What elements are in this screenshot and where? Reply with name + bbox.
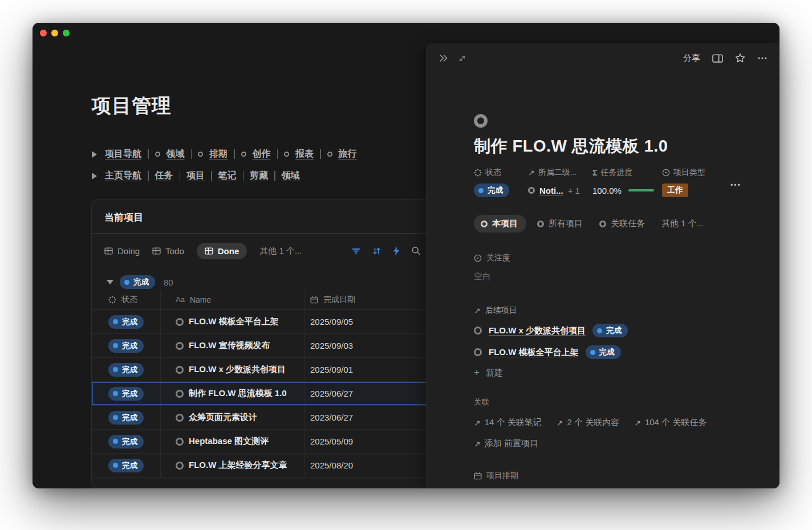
plus-icon: + [474, 367, 480, 378]
page-ring-icon [481, 221, 488, 227]
type-tag[interactable]: 工作 [662, 184, 688, 197]
row-name[interactable]: FLO.W 上架经验分享文章 [189, 460, 287, 471]
nav-link-schedule[interactable]: 排期 [209, 148, 228, 160]
status-badge[interactable]: 完成 [108, 363, 144, 377]
page-ring-icon [176, 414, 184, 422]
column-label: 完成日期 [323, 295, 355, 305]
sort-icon[interactable] [372, 246, 381, 255]
close-peek-icon[interactable] [439, 54, 448, 63]
nav-link-notes[interactable]: 笔记 [218, 170, 237, 182]
status-badge[interactable]: 完成 [108, 435, 144, 449]
column-header-status[interactable]: 状态 [92, 290, 161, 309]
more-properties-icon[interactable]: ••• [730, 181, 741, 198]
row-name[interactable]: 制作 FLO.W 思流模板 1.0 [189, 388, 287, 399]
property-type: 项目类型 工作 [662, 168, 705, 198]
row-name[interactable]: FLO.W x 少数派共创项目 [189, 364, 286, 375]
page-ring-icon [474, 327, 482, 335]
related-content-link[interactable]: ↗ 2 个 关联内容 [557, 417, 619, 428]
filter-icon[interactable] [351, 246, 361, 255]
nav-link-create[interactable]: 创作 [253, 148, 271, 160]
row-date[interactable]: 2025/09/01 [310, 365, 353, 374]
more-options-icon[interactable] [757, 53, 768, 63]
tab-all-projects[interactable]: 所有项目 [531, 215, 588, 233]
nav-link-domain2[interactable]: 领域 [282, 170, 300, 182]
close-button[interactable] [40, 30, 47, 36]
view-tab-label: Doing [117, 246, 140, 256]
row-date[interactable]: 2025/09/05 [310, 317, 353, 327]
nav-link-report[interactable]: 报表 [295, 148, 314, 160]
row-name[interactable]: 众筹页面元素设计 [189, 412, 257, 423]
side-peek-layout-icon[interactable] [712, 54, 723, 63]
status-badge[interactable]: 完成 [108, 411, 144, 425]
nav-link-domain[interactable]: 领域 [167, 148, 185, 160]
tab-related-tasks[interactable]: 关联任务 [594, 215, 651, 233]
relation-arrow-icon: ↗ [474, 419, 481, 427]
status-badge[interactable]: 完成 [474, 184, 509, 197]
page-ring-icon[interactable] [474, 114, 488, 128]
nav-link-projects[interactable]: 项目 [186, 170, 205, 182]
view-tab-todo[interactable]: Todo [152, 246, 184, 256]
more-views-button[interactable]: 其他 1 个... [259, 246, 302, 256]
expand-diagonal-icon[interactable] [458, 54, 466, 63]
status-badge[interactable]: 完成 [108, 387, 144, 401]
view-tab-done[interactable]: Done [197, 243, 247, 259]
status-badge[interactable]: 完成 [108, 339, 144, 353]
row-name[interactable]: FLO.W 宣传视频发布 [189, 340, 270, 351]
separator [243, 171, 244, 181]
status-dot-icon [113, 319, 118, 324]
toggle-right-icon[interactable] [92, 173, 97, 180]
page-ring-icon [599, 221, 606, 227]
relation-arrow-icon: ↗ [634, 419, 641, 427]
status-dot-icon [597, 328, 602, 333]
new-item-button[interactable]: + 新建 [474, 367, 757, 378]
nav-link-clips[interactable]: 剪藏 [250, 170, 268, 182]
row-name[interactable]: Heptabase 图文测评 [189, 436, 269, 447]
row-date[interactable]: 2025/06/27 [310, 389, 353, 398]
status-badge[interactable]: 完成 [120, 275, 155, 289]
status-badge[interactable]: 完成 [108, 315, 144, 329]
row-date[interactable]: 2025/09/03 [310, 341, 353, 350]
text-type-icon: Aa [176, 295, 185, 304]
favorite-star-icon[interactable] [735, 53, 745, 63]
side-peek-panel: 分享 制作 FLO.W 思流模板 1.0 [426, 43, 779, 488]
page-ring-icon [176, 342, 184, 350]
page-ring-icon [176, 318, 184, 326]
nav-link-home-nav[interactable]: 主页导航 [105, 170, 141, 182]
section-next-projects: ↗ 后续项目 FLO.W x 少数派共创项目 完成 FLO.W 模板全平台上架 … [474, 305, 757, 378]
row-date[interactable]: 2025/05/09 [310, 437, 353, 446]
more-count[interactable]: + 1 [568, 186, 580, 195]
separator [148, 149, 149, 159]
related-tasks-link[interactable]: ↗ 104 个 关联任务 [634, 417, 707, 428]
next-project-item[interactable]: FLO.W 模板全平台上架 完成 [474, 345, 757, 359]
nav-link-project-nav[interactable]: 项目导航 [105, 148, 141, 160]
next-project-link[interactable]: FLO.W x 少数派共创项目 [489, 325, 586, 336]
row-date[interactable]: 2023/06/27 [310, 413, 353, 422]
automation-bolt-icon[interactable] [392, 246, 400, 255]
row-date[interactable]: 2025/08/20 [310, 460, 353, 470]
collapse-icon[interactable] [107, 280, 113, 284]
status-badge[interactable]: 完成 [108, 459, 144, 472]
next-project-link[interactable]: FLO.W 模板全平台上架 [489, 347, 579, 358]
separator [148, 171, 149, 181]
group-count: 80 [164, 278, 173, 287]
column-header-name[interactable]: Aa Name [161, 290, 304, 309]
nav-link-tasks[interactable]: 任务 [155, 170, 173, 182]
select-circle-icon [662, 169, 670, 177]
view-tab-label: Done [218, 246, 239, 256]
related-notes-link[interactable]: ↗ 14 个 关联笔记 [474, 417, 542, 428]
parent-page-link[interactable]: Noti... [539, 186, 563, 195]
peek-page-title[interactable]: 制作 FLO.W 思流模板 1.0 [474, 135, 757, 158]
toggle-right-icon[interactable] [92, 151, 97, 158]
view-tab-doing[interactable]: Doing [104, 246, 140, 256]
focus-empty-value[interactable]: 空白 [474, 271, 757, 282]
row-name[interactable]: FLO.W 模板全平台上架 [189, 316, 279, 327]
nav-link-travel[interactable]: 旅行 [339, 148, 357, 160]
fullscreen-button[interactable] [63, 30, 70, 36]
tab-this-project[interactable]: 本项目 [474, 215, 526, 233]
search-icon[interactable] [411, 246, 421, 256]
add-predecessor-button[interactable]: ↗ 添加 前置项目 [474, 438, 757, 449]
tab-more[interactable]: 其他 1 个... [656, 215, 709, 233]
minimize-button[interactable] [51, 30, 58, 36]
share-button[interactable]: 分享 [683, 53, 700, 64]
next-project-item[interactable]: FLO.W x 少数派共创项目 完成 [474, 324, 757, 337]
